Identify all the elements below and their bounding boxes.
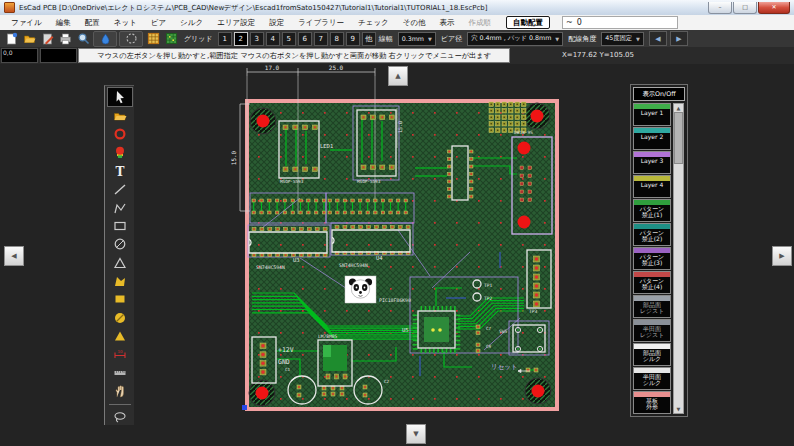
tool-pad[interactable] <box>108 143 132 161</box>
menu-item-11[interactable]: 表示 <box>433 18 462 28</box>
label-db18-9s: DB18-9S <box>514 130 533 135</box>
menu-item-6[interactable]: エリア設定 <box>210 18 262 28</box>
wave-input[interactable]: ~ 0 <box>562 16 678 29</box>
tool-dimension[interactable]: 10 <box>108 345 132 363</box>
layer-button-12[interactable]: 基板 外形 <box>633 391 671 414</box>
minimize-button[interactable]: – <box>708 2 732 14</box>
grid-a-icon[interactable] <box>145 32 161 46</box>
layer-label: 半田面 シルク <box>634 373 670 387</box>
scroll-left-button[interactable]: ◀ <box>4 246 24 266</box>
tool-filled-ellipse[interactable] <box>108 309 132 327</box>
grid-button-2[interactable]: 2 <box>234 32 248 46</box>
redo-right-button[interactable]: ▶ <box>670 31 688 46</box>
menu-item-8[interactable]: ライブラリー <box>291 18 351 28</box>
tool-triangle[interactable] <box>108 254 132 272</box>
line-width-select[interactable]: 0.3mm ▼ <box>398 32 436 46</box>
save-icon[interactable] <box>39 32 55 46</box>
tool-ruler[interactable] <box>108 364 132 382</box>
layer-label: パターン 禁止(2) <box>634 229 670 243</box>
close-button[interactable]: ✕ <box>758 2 790 14</box>
grid-button-9[interactable]: 9 <box>346 32 360 46</box>
auto-place-button[interactable]: 自動配置 <box>506 16 550 29</box>
menu-item-2[interactable]: 配置 <box>78 18 107 28</box>
layer-button-3[interactable]: Layer 4 <box>633 175 671 198</box>
tool-pan[interactable] <box>108 382 132 400</box>
layer-button-6[interactable]: パターン 禁止(3) <box>633 247 671 270</box>
angle-select[interactable]: 45度固定 ▼ <box>601 32 644 46</box>
scrollbar-thumb[interactable] <box>674 112 683 164</box>
tool-text[interactable]: T <box>108 162 132 180</box>
layer-panel: 表示On/Off Layer 1Layer 2Layer 3Layer 4パター… <box>630 84 688 417</box>
menu-item-7[interactable]: 設定 <box>262 18 291 28</box>
zoom-icon[interactable] <box>75 32 91 46</box>
svg-text:10: 10 <box>117 349 123 354</box>
tool-ellipse[interactable] <box>108 235 132 253</box>
aux-box <box>40 48 77 63</box>
escad-pcb-window: { "window": { "title": "EsCad PCB [D:\\O… <box>0 0 794 446</box>
menu-item-sakuseijun: 作成順 <box>462 18 499 28</box>
layer-button-9[interactable]: 半田面 レジスト <box>633 319 671 342</box>
wave-icon: ~ <box>566 18 573 27</box>
print-icon[interactable] <box>57 32 73 46</box>
tool-filled-triangle[interactable] <box>108 327 132 345</box>
grid-button-8[interactable]: 8 <box>330 32 344 46</box>
label-u3-part: SN74HC594N <box>256 265 285 270</box>
label-led1: LED1 <box>320 143 333 149</box>
scroll-up-button[interactable]: ▲ <box>388 66 408 86</box>
layer-button-5[interactable]: パターン 禁止(2) <box>633 223 671 246</box>
qfp-body <box>424 317 449 342</box>
menu-item-9[interactable]: チェック <box>351 18 396 28</box>
tool-line[interactable] <box>108 180 132 198</box>
select-region-icon[interactable] <box>119 31 143 47</box>
tool-filled-rectangle[interactable] <box>108 290 132 308</box>
menu-item-10[interactable]: その他 <box>396 18 433 28</box>
menu-item-3[interactable]: ネット <box>107 18 144 28</box>
layer-button-1[interactable]: Layer 2 <box>633 127 671 150</box>
new-file-icon[interactable] <box>3 32 19 46</box>
label-u4: U4 <box>376 255 383 261</box>
grid-button-1[interactable]: 1 <box>218 32 232 46</box>
tool-via[interactable] <box>108 125 132 143</box>
tool-open[interactable] <box>108 106 132 124</box>
label-tp3: TP3 <box>529 309 537 314</box>
layer-button-10[interactable]: 部品面 シルク <box>633 343 671 366</box>
grid-button-他[interactable]: 他 <box>362 32 376 46</box>
menu-item-0[interactable]: ファイル <box>4 18 49 28</box>
menu-item-4[interactable]: ビア <box>144 18 173 28</box>
tool-filled-polygon[interactable] <box>108 272 132 290</box>
layer-scrollbar[interactable]: ▲ ▼ <box>673 103 684 414</box>
label-regulator: LM78M05 <box>318 334 338 339</box>
tool-select[interactable] <box>108 88 132 106</box>
line-width-value: 0.3mm <box>402 35 424 42</box>
layer-button-4[interactable]: パターン 禁止(1) <box>633 199 671 222</box>
scroll-right-button[interactable]: ▶ <box>772 246 792 266</box>
tool-polygon[interactable] <box>108 198 132 216</box>
layer-button-2[interactable]: Layer 3 <box>633 151 671 174</box>
grid-button-7[interactable]: 7 <box>314 32 328 46</box>
scrollbar-up-icon[interactable]: ▲ <box>674 105 683 111</box>
open-file-icon[interactable] <box>21 32 37 46</box>
grid-b-icon[interactable] <box>163 32 179 46</box>
layer-button-0[interactable]: Layer 1 <box>633 103 671 126</box>
layer-label: Layer 2 <box>634 133 670 140</box>
fill-icon[interactable] <box>93 31 117 47</box>
layer-label: 半田面 レジスト <box>634 325 670 339</box>
layer-button-8[interactable]: 部品面 レジスト <box>633 295 671 318</box>
tool-rectangle[interactable] <box>108 217 132 235</box>
scroll-down-button[interactable]: ▼ <box>406 424 426 444</box>
layer-button-7[interactable]: パターン 禁止(4) <box>633 271 671 294</box>
grid-button-6[interactable]: 6 <box>298 32 312 46</box>
grid-button-5[interactable]: 5 <box>282 32 296 46</box>
layer-button-11[interactable]: 半田面 シルク <box>633 367 671 390</box>
via-select[interactable]: 穴 0.4mm , パッド 0.8mm ▼ <box>467 32 563 46</box>
undo-left-button[interactable]: ◀ <box>649 31 667 46</box>
tool-lasso[interactable] <box>108 408 132 426</box>
grid-button-3[interactable]: 3 <box>250 32 264 46</box>
scrollbar-down-icon[interactable]: ▼ <box>674 406 683 412</box>
menu-item-5[interactable]: シルク <box>173 18 210 28</box>
via-value: 穴 0.4mm , パッド 0.8mm <box>471 34 551 43</box>
palette-separator <box>109 404 131 405</box>
maximize-button[interactable]: □ <box>733 2 757 14</box>
grid-button-4[interactable]: 4 <box>266 32 280 46</box>
menu-item-1[interactable]: 編集 <box>49 18 78 28</box>
